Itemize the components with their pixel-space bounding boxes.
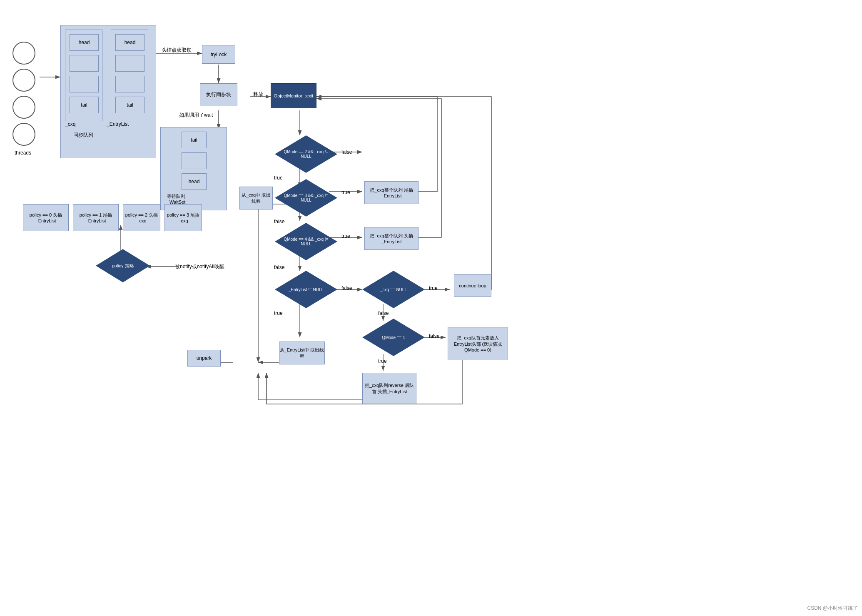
entry-cell2 bbox=[115, 76, 144, 92]
head-lock-label: 头结点获取锁 bbox=[162, 47, 192, 54]
qmode3-diamond: QMode == 3 && _cxq != NULL bbox=[275, 179, 337, 217]
cxq-null-true-label: true bbox=[429, 285, 438, 291]
entry-not-null-diamond: _EntryList != NULL bbox=[275, 271, 337, 308]
policy2-box: policy == 2 头插_cxq bbox=[123, 204, 160, 231]
diagram: threads 同步队列 _cxq _EntryList head tail h… bbox=[0, 0, 862, 616]
policy-diamond: policy 策略 bbox=[96, 249, 150, 282]
qmode1-false-label: false bbox=[429, 333, 439, 339]
policy0-box: policy == 0 头插_EntryList bbox=[23, 204, 69, 231]
cxq-tail: tail bbox=[70, 97, 99, 113]
entry-true-label: true bbox=[274, 310, 283, 316]
qmode4-false-label: false bbox=[274, 264, 284, 270]
qmode4-diamond: QMode == 4 && _cxq != NULL bbox=[275, 223, 337, 260]
unpark-box: unpark bbox=[187, 350, 221, 367]
cxq-null-diamond: _cxq == NULL bbox=[362, 271, 425, 308]
take-from-entry-box: 从_EntryList中 取出线程 bbox=[279, 342, 325, 364]
qmode1-diamond: QMode == 1 bbox=[362, 319, 425, 356]
watermark: CSDN @小时候可跳了 bbox=[807, 605, 858, 612]
take-from-cxq-box: 从_cxq中 取出线程 bbox=[239, 187, 273, 209]
exec-sync-box: 执行同步块 bbox=[200, 83, 237, 106]
if-wait-label: 如果调用了wait bbox=[179, 112, 213, 119]
cxq-head-entry-box: 把_cxq整个队列 头插_EntryList bbox=[364, 227, 419, 250]
qmode3-true-label: true bbox=[341, 190, 350, 195]
trylock-box: tryLock bbox=[202, 45, 235, 64]
qmode1-true-label: true bbox=[378, 358, 387, 364]
put-cxq-head-box: 把_cxq队首元素放入 EntryList头部 (默认情况 QMode == 0… bbox=[448, 327, 508, 360]
qmode4-true-label: true bbox=[341, 233, 350, 239]
continue-loop-box: continue loop bbox=[454, 274, 491, 297]
cxq-cell2 bbox=[70, 76, 99, 92]
wait-tail: tail bbox=[182, 132, 207, 148]
policy1-box: policy == 1 尾插_EntryList bbox=[73, 204, 119, 231]
thread-circle-4 bbox=[12, 123, 35, 146]
sync-queue-label: 同步队列 bbox=[73, 132, 93, 139]
entry-head: head bbox=[115, 34, 144, 51]
wait-cell bbox=[182, 152, 207, 169]
cxq-head: head bbox=[70, 34, 99, 51]
waitset-label: 等待队列_WaitSet bbox=[167, 193, 185, 205]
cxq-null-false-label: false bbox=[378, 310, 389, 316]
qmode2-diamond: QMode == 2 && _cxq != NULL bbox=[275, 135, 337, 173]
object-monitor-box: ObjectMonitor: :exit bbox=[271, 83, 316, 108]
entry-list: head tail bbox=[111, 30, 148, 121]
thread-circle-3 bbox=[12, 96, 35, 119]
waitset-container: 等待队列_WaitSet tail head bbox=[160, 127, 227, 210]
policy3-box: policy == 3 尾插_cxq bbox=[164, 204, 202, 231]
release-label: 释放 bbox=[253, 91, 263, 98]
qmode2-false-label: false bbox=[341, 149, 352, 155]
thread-circle-1 bbox=[12, 42, 35, 65]
cxq-tail-entry-box: 把_cxq整个队列 尾插_EntryList bbox=[364, 181, 419, 204]
reverse-cxq-box: 把_cxq队列reverse 后队首 头插_EntryList bbox=[362, 373, 416, 404]
entry-false-label: false bbox=[341, 285, 352, 291]
cxq-cell1 bbox=[70, 55, 99, 72]
entry-tail: tail bbox=[115, 97, 144, 113]
cxq-label: _cxq bbox=[65, 121, 75, 127]
threads-label: threads bbox=[15, 150, 31, 156]
entry-list-label: _EntryList bbox=[107, 121, 129, 127]
thread-circle-2 bbox=[12, 69, 35, 92]
wait-head: head bbox=[182, 173, 207, 190]
notify-label: 被notify或notifyAll唤醒 bbox=[175, 263, 224, 270]
cxq-list: head tail bbox=[65, 30, 102, 121]
entry-cell1 bbox=[115, 55, 144, 72]
sync-queue-container: 同步队列 _cxq _EntryList head tail head tail bbox=[60, 25, 156, 158]
